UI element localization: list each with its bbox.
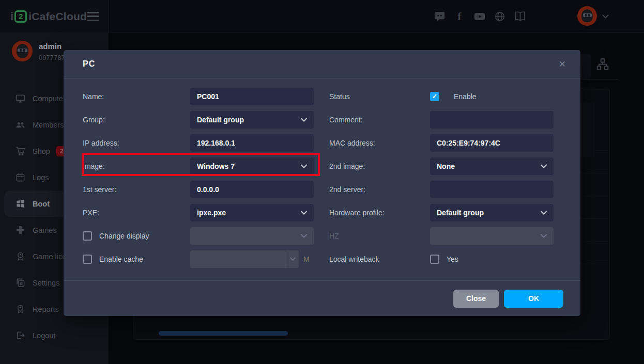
chevron-down-icon: [602, 11, 609, 21]
chevron-down-icon: [541, 164, 547, 168]
first-server-input[interactable]: [190, 181, 314, 198]
account-menu[interactable]: [577, 6, 609, 26]
top-header: i 2 iCafeCloud f: [0, 0, 644, 33]
dialog-body: Name: Status ✓ Enable Group: Default gro…: [64, 78, 580, 271]
enable-cache-label: Enable cache: [99, 255, 143, 263]
chevron-down-icon: [541, 211, 547, 215]
local-writeback-checkbox[interactable]: ✓: [430, 255, 439, 264]
display-select: [190, 227, 314, 245]
hardware-profile-label: Hardware profile:: [329, 209, 430, 217]
license-icon: [16, 251, 25, 261]
chevron-down-icon: [301, 234, 307, 238]
ip-address-label: IP address:: [83, 139, 190, 147]
first-server-label: 1st server:: [83, 185, 190, 194]
globe-icon[interactable]: [494, 10, 506, 23]
cart-icon: [16, 146, 25, 156]
change-display-label: Change display: [99, 232, 149, 240]
comment-label: Comment:: [329, 116, 430, 124]
status-enable-text: Enable: [454, 92, 477, 101]
second-server-input[interactable]: [430, 181, 554, 198]
docs-book-icon[interactable]: [514, 10, 526, 23]
form-row: ✓ Change display HZ: [83, 224, 580, 247]
local-writeback-label: Local writeback: [329, 255, 430, 263]
user-avatar: [577, 6, 597, 26]
form-row: ✓ Enable cache M Local writeback ✓ Yes: [83, 247, 580, 271]
youtube-icon[interactable]: [473, 10, 486, 23]
name-label: Name:: [83, 92, 190, 101]
form-row: Name: Status ✓ Enable: [83, 85, 580, 108]
second-image-select[interactable]: None: [430, 157, 554, 175]
cache-size-select: [190, 250, 299, 268]
mac-address-label: MAC address:: [329, 139, 430, 147]
windows-icon: [16, 199, 25, 209]
members-icon: [16, 120, 25, 130]
report-badge-icon: [16, 304, 25, 314]
form-row: PXE: ipxe.pxe Hardware profile: Default …: [83, 201, 580, 224]
dialog-footer: Close OK: [64, 280, 580, 316]
ok-button[interactable]: OK: [504, 290, 563, 308]
status-enable-checkbox[interactable]: ✓: [430, 92, 439, 101]
chevron-down-icon: [301, 211, 307, 215]
hardware-profile-select[interactable]: Default group: [430, 204, 554, 221]
form-row: Group: Default group Comment:: [83, 108, 580, 131]
network-sitemap-icon[interactable]: [596, 58, 609, 71]
logo-icon: 2: [14, 10, 27, 23]
close-icon[interactable]: ✕: [559, 60, 566, 69]
logout-icon: [16, 330, 25, 340]
name-input[interactable]: [190, 88, 314, 105]
gamepad-icon: [16, 225, 25, 235]
ip-address-input[interactable]: [190, 134, 314, 152]
sidebar-item-logout[interactable]: Logout: [0, 322, 109, 349]
enable-cache-checkbox[interactable]: ✓: [83, 255, 92, 264]
monitor-icon: [16, 93, 25, 103]
hz-label: HZ: [329, 232, 430, 240]
hz-select: [430, 227, 554, 245]
chevron-down-icon: [286, 250, 299, 268]
chevron-down-icon: [301, 164, 307, 168]
discord-icon[interactable]: [433, 10, 446, 23]
group-label: Group:: [83, 116, 190, 124]
social-links: f: [433, 0, 526, 33]
form-row: Image: Windows 7 2nd image: None: [83, 154, 580, 178]
dialog-title: PC: [83, 59, 559, 69]
mac-address-input[interactable]: [430, 134, 554, 152]
check-icon: ✓: [432, 93, 438, 100]
logo-prefix: i: [10, 10, 13, 23]
calendar-icon: [16, 172, 25, 182]
pxe-select[interactable]: ipxe.pxe: [190, 204, 314, 221]
dialog-header: PC ✕: [64, 50, 580, 78]
pc-dialog: PC ✕ Name: Status ✓ Enable Group: Defaul…: [64, 50, 580, 316]
image-select[interactable]: Windows 7: [190, 157, 314, 175]
status-label: Status: [329, 92, 430, 101]
close-button[interactable]: Close: [453, 290, 499, 308]
cache-unit-label: M: [303, 255, 310, 263]
form-row: IP address: MAC address:: [83, 131, 580, 154]
chevron-down-icon: [301, 118, 307, 122]
user-name: admin: [39, 42, 62, 51]
pxe-label: PXE:: [83, 209, 190, 217]
chevron-down-icon: [541, 234, 547, 238]
form-row: 1st server: 2nd server:: [83, 178, 580, 201]
sidebar-avatar: [12, 41, 33, 61]
horizontal-scrollbar-thumb[interactable]: [159, 331, 288, 336]
local-writeback-text: Yes: [447, 255, 458, 263]
group-select[interactable]: Default group: [190, 111, 314, 129]
divider: [581, 79, 618, 80]
layers-icon: [16, 278, 25, 288]
comment-input[interactable]: [430, 111, 554, 129]
facebook-icon[interactable]: f: [453, 10, 466, 23]
second-server-label: 2nd server:: [329, 185, 430, 194]
change-display-checkbox[interactable]: ✓: [83, 231, 92, 241]
brand-name: iCafeCloud: [28, 10, 87, 23]
image-label: Image:: [83, 162, 190, 170]
second-image-label: 2nd image:: [329, 162, 430, 170]
menu-toggle-icon[interactable]: [87, 12, 99, 21]
